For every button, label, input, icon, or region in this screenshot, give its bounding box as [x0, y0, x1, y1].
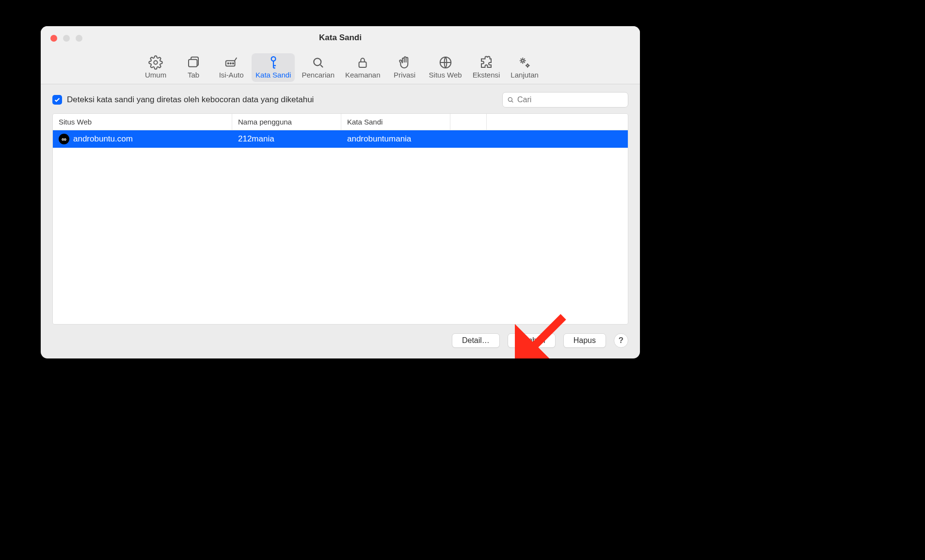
tab-label: Lanjutan	[510, 71, 539, 79]
hapus-button[interactable]: Hapus	[563, 333, 606, 348]
checkmark-icon	[54, 96, 61, 103]
tab-isi-auto[interactable]: Isi-Auto	[214, 53, 249, 82]
tab-umum[interactable]: Umum	[138, 53, 173, 82]
table-row[interactable]: ∞ androbuntu.com 212mania androbuntumani…	[53, 130, 628, 148]
puzzle-icon	[479, 55, 494, 70]
titlebar: Kata Sandi Umum Tab Isi-Auto Kata Sandi …	[41, 26, 640, 84]
search-icon	[507, 96, 514, 104]
cell-pass: androbuntumania	[341, 134, 450, 144]
col-header-extra[interactable]	[450, 114, 487, 130]
tab-keamanan[interactable]: Keamanan	[341, 53, 384, 82]
autofill-icon	[224, 55, 239, 70]
hand-icon	[398, 55, 412, 70]
tab-label: Privasi	[394, 71, 415, 79]
svg-rect-8	[359, 62, 367, 67]
svg-point-11	[526, 64, 528, 66]
tab-pencarian[interactable]: Pencarian	[298, 53, 338, 82]
gear-icon	[148, 55, 163, 70]
cell-site: ∞ androbuntu.com	[53, 134, 232, 144]
cell-user: 212mania	[232, 134, 341, 144]
tab-label: Tab	[188, 71, 199, 79]
search-input[interactable]	[517, 95, 624, 104]
tambah-button[interactable]: Tambah	[508, 333, 556, 348]
tab-label: Kata Sandi	[255, 71, 291, 79]
col-header-user[interactable]: Nama pengguna	[232, 114, 341, 130]
svg-rect-1	[189, 60, 197, 67]
search-icon	[311, 55, 325, 70]
svg-point-5	[233, 63, 234, 64]
tab-label: Keamanan	[345, 71, 381, 79]
detect-breach-label: Deteksi kata sandi yang diretas oleh keb…	[67, 95, 314, 105]
svg-point-4	[230, 63, 231, 64]
detail-button[interactable]: Detail…	[452, 333, 500, 348]
preferences-toolbar: Umum Tab Isi-Auto Kata Sandi Pencarian K…	[41, 49, 640, 84]
tab-label: Situs Web	[429, 71, 462, 79]
tab-kata-sandi[interactable]: Kata Sandi	[252, 53, 295, 82]
tab-ekstensi[interactable]: Ekstensi	[469, 53, 504, 82]
content-area: Deteksi kata sandi yang diretas oleh keb…	[41, 84, 640, 358]
search-field[interactable]	[502, 92, 628, 108]
globe-icon	[438, 55, 453, 70]
tab-label: Umum	[145, 71, 166, 79]
tab-tab[interactable]: Tab	[176, 53, 211, 82]
detect-breach-row: Deteksi kata sandi yang diretas oleh keb…	[52, 95, 314, 105]
tab-label: Ekstensi	[473, 71, 500, 79]
top-row: Deteksi kata sandi yang diretas oleh keb…	[52, 92, 628, 108]
svg-point-6	[271, 57, 275, 61]
key-icon	[266, 55, 281, 70]
passwords-table: Situs Web Nama pengguna Kata Sandi ∞ and…	[52, 113, 628, 325]
col-header-site[interactable]: Situs Web	[53, 114, 232, 130]
help-button[interactable]: ?	[614, 333, 628, 348]
cell-site-text: androbuntu.com	[73, 134, 133, 144]
window-title: Kata Sandi	[41, 33, 640, 43]
tabs-icon	[186, 55, 201, 70]
tab-privasi[interactable]: Privasi	[387, 53, 422, 82]
detect-breach-checkbox[interactable]	[52, 95, 62, 105]
col-header-extra[interactable]	[487, 114, 628, 130]
advanced-gears-icon	[517, 55, 532, 70]
svg-point-10	[522, 60, 524, 62]
action-buttons: Detail… Tambah Hapus ?	[52, 325, 628, 353]
col-header-pass[interactable]: Kata Sandi	[341, 114, 450, 130]
svg-point-3	[228, 63, 229, 64]
tab-situs-web[interactable]: Situs Web	[425, 53, 466, 82]
table-header: Situs Web Nama pengguna Kata Sandi	[53, 114, 628, 130]
tab-label: Isi-Auto	[219, 71, 244, 79]
svg-point-12	[508, 97, 512, 101]
tab-label: Pencarian	[302, 71, 335, 79]
tab-lanjutan[interactable]: Lanjutan	[507, 53, 542, 82]
preferences-window: Kata Sandi Umum Tab Isi-Auto Kata Sandi …	[41, 26, 640, 358]
lock-icon	[355, 55, 370, 70]
site-favicon-icon: ∞	[59, 134, 69, 144]
svg-point-7	[314, 58, 321, 65]
svg-point-0	[154, 61, 158, 64]
